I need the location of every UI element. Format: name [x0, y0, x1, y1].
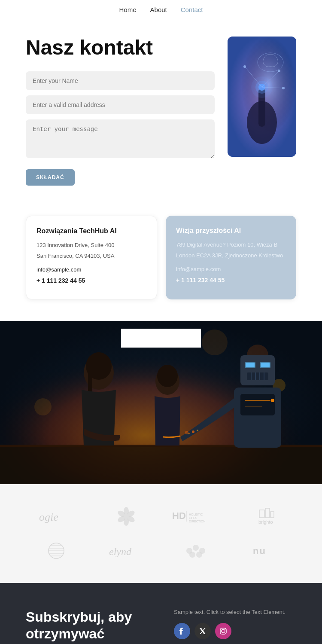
card-blue-address1: 789 Digital Avenue? Poziom 10, Wieża B [176, 241, 286, 249]
email-input[interactable] [26, 95, 215, 114]
scene-nav-home[interactable]: Home [121, 335, 137, 342]
name-input[interactable] [26, 71, 215, 90]
svg-point-74 [196, 552, 202, 558]
svg-text:ogie: ogie [39, 511, 58, 523]
card-blue-address2: London EC2A 3JR, Zjednoczone Królestwo [176, 251, 286, 260]
svg-point-45 [185, 431, 188, 434]
cards-section: Rozwiązania TechHub AI 123 Innovation Dr… [0, 207, 322, 321]
card-white-address2: San Francisco, CA 94103, USA [36, 252, 146, 260]
social-icons-container [174, 623, 296, 639]
card-blue-title: Wizja przyszłości AI [176, 227, 286, 235]
svg-point-42 [192, 430, 194, 433]
fullwidth-section: Home About Contact [0, 321, 322, 484]
card-blue-email: info@sample.com [176, 265, 286, 274]
svg-rect-59 [259, 510, 264, 518]
svg-point-77 [222, 629, 225, 633]
svg-rect-27 [240, 355, 275, 385]
hero-left: Nasz kontakt SKŁADAĆ [26, 37, 215, 186]
facebook-icon[interactable] [174, 623, 190, 639]
svg-rect-24 [88, 366, 92, 392]
svg-point-71 [193, 545, 199, 551]
page-title: Nasz kontakt [26, 37, 215, 59]
logo-hd: HD HOLISTIC LIFES DIRECTION [170, 508, 222, 525]
logo-elynd: elynd [107, 542, 146, 559]
footer-section: Subskrybuj, aby otrzymywać najnowsze akt… [0, 583, 322, 644]
footer-sample-text: Sample text. Click to select the Text El… [174, 609, 296, 615]
scene-nav: Home About Contact [121, 329, 201, 348]
svg-text:HOLISTIC: HOLISTIC [189, 513, 203, 516]
hero-image [228, 37, 296, 157]
svg-text:elynd: elynd [109, 546, 132, 557]
svg-rect-20 [0, 446, 322, 484]
card-white-phone: + 1 111 232 44 55 [36, 276, 146, 285]
svg-point-43 [197, 430, 198, 431]
logos-section: ogie HD HOLISTIC LIFES [0, 484, 322, 583]
hero-image-container [228, 37, 296, 157]
logo-nu: nu [251, 542, 281, 559]
svg-point-73 [189, 552, 195, 558]
nav-contact[interactable]: Contact [181, 6, 203, 13]
svg-text:LIFES: LIFES [189, 516, 197, 519]
scene-image: Home About Contact [0, 321, 322, 484]
svg-point-41 [271, 399, 274, 402]
submit-button[interactable]: SKŁADAĆ [26, 169, 75, 186]
main-nav: Home About Contact [0, 0, 322, 19]
card-white-email: info@sample.com [36, 266, 146, 274]
svg-point-26 [157, 365, 178, 387]
svg-point-11 [243, 65, 246, 68]
svg-rect-60 [265, 508, 270, 518]
svg-point-18 [34, 398, 52, 415]
logo-brighto: brighto [246, 506, 285, 527]
svg-text:DIRECTION: DIRECTION [189, 520, 206, 523]
svg-point-12 [282, 87, 285, 89]
svg-text:nu: nu [253, 546, 266, 556]
card-blue-phone: + 1 111 232 44 55 [176, 276, 286, 285]
svg-rect-32 [247, 372, 268, 380]
logo-dots-cluster [181, 540, 211, 562]
logo-ogie: ogie [37, 508, 76, 525]
svg-rect-30 [246, 363, 255, 367]
svg-text:HD: HD [172, 510, 186, 521]
card-white-title: Rozwiązania TechHub AI [36, 227, 146, 235]
instagram-icon[interactable] [215, 623, 231, 639]
message-textarea[interactable] [26, 119, 215, 158]
svg-point-19 [202, 330, 228, 355]
card-white: Rozwiązania TechHub AI 123 Innovation Dr… [26, 216, 157, 300]
svg-text:brighto: brighto [258, 519, 273, 525]
hero-section: Nasz kontakt SKŁADAĆ [0, 19, 322, 207]
card-blue: Wizja przyszłości AI 789 Digital Avenue?… [166, 216, 296, 300]
x-twitter-icon[interactable] [194, 623, 211, 639]
logos-grid: ogie HD HOLISTIC LIFES [26, 506, 296, 562]
svg-rect-61 [270, 512, 274, 518]
footer-title: Subskrybuj, aby otrzymywać najnowsze akt… [26, 609, 148, 644]
svg-rect-31 [261, 363, 270, 367]
svg-point-53 [124, 514, 129, 519]
scene-nav-contact[interactable]: Contact [180, 335, 201, 342]
logo-circle-lines [46, 540, 67, 562]
footer-right: Sample text. Click to select the Text El… [174, 609, 296, 644]
card-white-address1: 123 Innovation Drive, Suite 400 [36, 241, 146, 250]
email-field-group [26, 95, 215, 114]
svg-rect-38 [240, 394, 275, 415]
nav-home[interactable]: Home [119, 6, 137, 13]
scene-nav-about[interactable]: About [151, 335, 167, 342]
logo-flower [115, 506, 137, 527]
svg-point-78 [225, 629, 226, 630]
footer-left: Subskrybuj, aby otrzymywać najnowsze akt… [26, 609, 148, 644]
nav-about[interactable]: About [150, 6, 167, 13]
name-field-group [26, 71, 215, 90]
message-field-group [26, 119, 215, 160]
